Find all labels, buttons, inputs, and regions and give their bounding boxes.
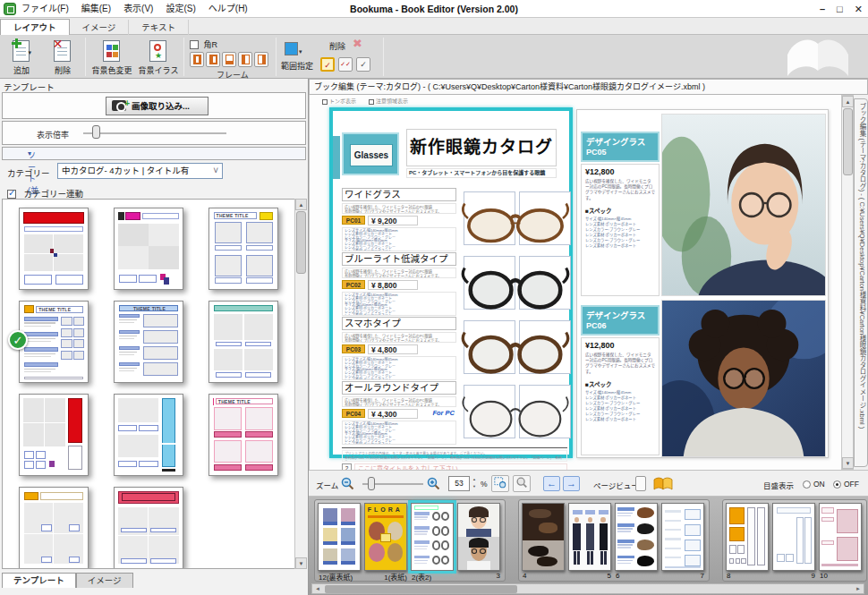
- zoom-in-icon[interactable]: [427, 477, 440, 490]
- template-thumbnail-orange-header[interactable]: [8, 482, 98, 569]
- menu-item-4[interactable]: ヘルプ(H): [208, 4, 248, 13]
- add-page-button[interactable]: ▾ 追加: [2, 38, 41, 76]
- category-link-checkbox[interactable]: [7, 190, 16, 199]
- zoom-select-region-button[interactable]: [491, 475, 509, 492]
- range-delete-icon[interactable]: ✖: [353, 37, 362, 50]
- chapter-title-placeholder[interactable]: ここに章タイトルを入力して下さい: [354, 463, 567, 470]
- canvas-vertical-scrollbar[interactable]: ▲ ▼: [841, 95, 854, 470]
- delete-page-button[interactable]: ✕ 削除: [43, 38, 82, 76]
- editor-canvas[interactable]: トンボ表示注意領域表示 Glasses 新作眼鏡カタログ PC・タブレット・スマ…: [309, 95, 841, 470]
- left-page[interactable]: Glasses 新作眼鏡カタログ PC・タブレット・スマートフォンから目を保護す…: [329, 107, 573, 458]
- page-thumbnail-5[interactable]: [568, 503, 611, 571]
- section-body[interactable]: ¥12,800 広い視野を確保した、ワイドモニター対応のPC用眼鏡。長時間働くプ…: [581, 337, 660, 455]
- left-panel-tab-0[interactable]: テンプレート: [2, 573, 76, 588]
- template-list-scrollbar[interactable]: ▲ ▼: [294, 199, 307, 569]
- model-photo[interactable]: [661, 114, 826, 296]
- product-section-PC04[interactable]: オールラウンドタイプ 広い視野を確保した、ワイドモニター対応のPC眼鏡長時間働く…: [333, 381, 576, 446]
- product-name[interactable]: オールラウンドタイプ: [342, 381, 456, 395]
- template-thumbnail-blue-right[interactable]: [103, 389, 192, 481]
- page-thumbnail-9[interactable]: [772, 503, 815, 571]
- section-header[interactable]: デザイングラス PC06: [581, 305, 660, 336]
- template-thumbnail-magenta-top[interactable]: [103, 203, 192, 295]
- product-section-PC01[interactable]: ワイドグラス 広い視野を確保した、ワイドモニター対応のPC眼鏡長時間働くプログラ…: [333, 188, 576, 252]
- product-name[interactable]: ワイドグラス: [342, 188, 456, 201]
- page-thumbnail-7[interactable]: [661, 503, 704, 571]
- range-color-swatch[interactable]: [285, 42, 298, 55]
- close-button[interactable]: ✕: [855, 4, 863, 14]
- overlay-checkbox-1[interactable]: [369, 99, 374, 105]
- grid-on-radio[interactable]: [803, 480, 811, 489]
- section-header[interactable]: デザイングラス PC05: [581, 132, 660, 162]
- page-thumbnail-10[interactable]: [819, 503, 862, 571]
- frame-style-5-button[interactable]: [254, 52, 268, 67]
- menu-item-3[interactable]: 設定(S): [166, 4, 195, 13]
- template-thumbnail-list-left[interactable]: THEME TITLE✓: [8, 296, 98, 388]
- zoom-out-icon[interactable]: [341, 477, 354, 490]
- scroll-up-icon[interactable]: ▲: [842, 96, 854, 107]
- scale-slider-track[interactable]: [83, 132, 226, 134]
- left-panel-tab-1[interactable]: イメージ: [76, 573, 133, 588]
- next-page-button[interactable]: →: [563, 476, 580, 491]
- prev-page-button[interactable]: ←: [543, 476, 560, 491]
- minimize-button[interactable]: –: [820, 4, 825, 14]
- frame-style-3-button[interactable]: [222, 52, 236, 67]
- template-thumbnail-teal-grid[interactable]: [198, 296, 287, 388]
- template-thumbnail-red-right[interactable]: [8, 389, 98, 481]
- frame-style-4-button[interactable]: [238, 52, 252, 67]
- scroll-left-icon[interactable]: ◄: [312, 584, 323, 593]
- spread-view-icon[interactable]: [652, 477, 674, 491]
- zoom-spinner-arrows[interactable]: ▲▼: [471, 476, 478, 491]
- footer-notes[interactable]: プリントアウトの際の色味は、モニター表示と若干異なる場合があります。ご了承くださ…: [342, 450, 567, 462]
- template-thumbnail-blue-title-list[interactable]: THEME TITLE: [103, 296, 192, 388]
- section-body[interactable]: ¥12,800 広い視野を確保した、ワイドモニター対応のPC用眼鏡。長時間働くプ…: [581, 164, 660, 296]
- page-thumbnail-3[interactable]: [457, 503, 500, 571]
- product-section-PC03[interactable]: スマホタイプ 広い視野を確保した、ワイドモニター対応のPC眼鏡長時間働くプログラ…: [333, 317, 576, 381]
- range-check-2-button[interactable]: ✓✓: [338, 57, 353, 72]
- import-image-button[interactable]: 画像取り込み...: [106, 97, 208, 115]
- scroll-down-icon[interactable]: ▼: [842, 457, 854, 469]
- page-thumbnail-6[interactable]: [615, 503, 658, 571]
- product-name[interactable]: スマホタイプ: [342, 317, 456, 330]
- swatch-dropdown-icon[interactable]: ▾: [299, 48, 302, 55]
- scroll-down-icon[interactable]: ▼: [295, 557, 307, 569]
- menu-item-2[interactable]: 表示(V): [123, 4, 153, 13]
- zoom-percent-input[interactable]: 53: [448, 476, 470, 491]
- range-check-3-button[interactable]: ✓: [356, 57, 370, 72]
- product-name[interactable]: ブルーライト低減タイプ: [342, 252, 456, 266]
- range-check-1-button[interactable]: ✓: [320, 57, 335, 72]
- ribbon-tab-0[interactable]: レイアウト: [0, 19, 70, 36]
- template-thumbnail-pink-four[interactable]: THEME TITLE: [198, 389, 287, 481]
- page-thumbnail-1(表紙)[interactable]: FLORA: [364, 503, 407, 571]
- category-select[interactable]: 中カタログ- 4カット | タイトル有: [57, 163, 223, 179]
- menu-item-1[interactable]: 編集(E): [81, 4, 111, 13]
- scale-slider-handle[interactable]: [92, 125, 100, 139]
- grid-off-radio[interactable]: [833, 480, 841, 489]
- page-thumbnail-2(表2)[interactable]: [411, 503, 454, 571]
- template-thumbnail-crimson-header[interactable]: [103, 482, 192, 569]
- scrollbar-thumb[interactable]: [325, 585, 517, 593]
- scrollbar-thumb[interactable]: [843, 108, 853, 175]
- bg-color-button[interactable]: 背景色変更: [89, 38, 134, 76]
- page-title[interactable]: 新作眼鏡カタログ: [406, 129, 557, 166]
- page-thumbnail-12(裏表紙)[interactable]: [318, 503, 361, 571]
- model-photo[interactable]: [661, 300, 826, 457]
- frame-style-2-button[interactable]: [206, 52, 220, 67]
- zoom-fit-button[interactable]: [513, 475, 531, 492]
- frame-style-1-button[interactable]: [190, 52, 204, 67]
- glasses-badge[interactable]: Glasses: [342, 132, 399, 175]
- overlay-checkbox-0[interactable]: [322, 99, 328, 105]
- bg-illust-button[interactable]: ★ 背景イラスト: [136, 38, 181, 76]
- template-thumbnail-four-frames[interactable]: THEME TITLE: [198, 203, 287, 295]
- scroll-up-icon[interactable]: ▲: [295, 199, 307, 210]
- corner-r-checkbox[interactable]: [190, 40, 199, 49]
- single-page-view-icon[interactable]: [635, 476, 646, 491]
- page-thumbnail-8[interactable]: [726, 503, 769, 571]
- film-horizontal-scrollbar[interactable]: ◄ ►: [311, 583, 864, 594]
- sort-section[interactable]: ▾ ソート (並び替え): [2, 147, 306, 160]
- template-thumbnail-red-top[interactable]: [8, 203, 98, 295]
- page-subtitle[interactable]: PC・タブレット・スマートフォンから目を保護する眼鏡: [406, 168, 557, 178]
- book-edit-side-tab[interactable]: ブック編集 (テーマ:カタログ) - ( C:¥Users¥Q¥Desktop¥…: [854, 98, 868, 467]
- zoom-slider-handle[interactable]: [368, 477, 375, 490]
- right-page[interactable]: デザイングラス PC05 ¥12,800 広い視野を確保した、ワイドモニター対応…: [576, 109, 829, 458]
- scroll-right-icon[interactable]: ►: [853, 584, 864, 593]
